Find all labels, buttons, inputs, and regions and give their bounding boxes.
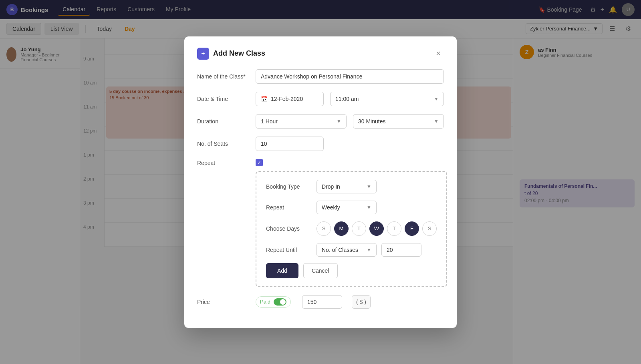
booking-type-caret: ▼ [367, 184, 371, 189]
repeat-box: Booking Type Drop In ▼ Repeat Weekly ▼ [256, 171, 447, 287]
class-name-input[interactable] [256, 69, 444, 84]
day-mon[interactable]: M [334, 221, 349, 236]
price-input[interactable] [302, 295, 342, 309]
repeat-value: Weekly [322, 204, 340, 211]
duration-hours-value: 1 Hour [261, 118, 278, 125]
repeat-until-controls: No. of Classes ▼ [316, 243, 421, 257]
date-picker[interactable]: 📅 12-Feb-2020 [256, 92, 324, 106]
modal-close-btn[interactable]: × [433, 48, 444, 59]
modal-header: + Add New Class × [197, 48, 444, 60]
add-class-modal: + Add New Class × Name of the Class* Dat… [184, 36, 457, 328]
repeat-inner-label: Repeat [266, 204, 310, 211]
repeat-row: Repeat ✓ Booking Type Drop In ▼ Re [197, 159, 444, 287]
cancel-button[interactable]: Cancel [303, 263, 338, 278]
modal-overlay: + Add New Class × Name of the Class* Dat… [0, 0, 641, 364]
repeat-label: Repeat [197, 159, 249, 166]
date-value: 12-Feb-2020 [271, 96, 303, 102]
price-row: Price Paid ( $ ) [197, 295, 444, 309]
toggle-switch[interactable] [274, 298, 286, 306]
class-name-label: Name of the Class* [197, 73, 249, 80]
booking-type-value: Drop In [322, 183, 340, 190]
toggle-knob [280, 299, 286, 305]
time-picker[interactable]: 11:00 am ▼ [330, 92, 444, 106]
modal-title: Add New Class [213, 49, 429, 58]
seats-row: No. of Seats [197, 137, 444, 151]
price-label: Price [197, 299, 249, 305]
calendar-icon: 📅 [261, 96, 268, 102]
duration-hours-select[interactable]: 1 Hour ▼ [256, 114, 347, 129]
repeat-until-type-value: No. of Classes [322, 247, 358, 253]
day-thu[interactable]: T [387, 221, 401, 236]
time-caret-icon: ▼ [434, 96, 439, 102]
repeat-until-caret: ▼ [367, 247, 371, 253]
repeat-until-label: Repeat Until [266, 247, 310, 253]
duration-minutes-value: 30 Minutes [358, 118, 385, 125]
choose-days-label: Choose Days [266, 225, 310, 232]
booking-type-row: Booking Type Drop In ▼ [266, 180, 437, 193]
booking-type-select[interactable]: Drop In ▼ [316, 180, 377, 193]
choose-days-row: Choose Days S M T W T F S [266, 221, 437, 236]
date-time-label: Date & Time [197, 96, 249, 102]
plus-icon: + [201, 50, 205, 57]
repeat-checkbox[interactable]: ✓ [256, 159, 263, 166]
day-tue[interactable]: T [352, 221, 366, 236]
repeat-caret: ▼ [367, 205, 371, 210]
class-name-row: Name of the Class* [197, 69, 444, 84]
seats-label: No. of Seats [197, 141, 249, 147]
day-sat[interactable]: S [422, 221, 437, 236]
booking-type-label: Booking Type [266, 183, 310, 190]
add-button[interactable]: Add [266, 263, 298, 278]
modal-actions: Add Cancel [266, 263, 437, 278]
time-value: 11:00 am [335, 96, 359, 102]
repeat-inner-row: Repeat Weekly ▼ [266, 201, 437, 214]
seats-input[interactable] [256, 137, 324, 151]
days-selector: S M T W T F S [316, 221, 437, 236]
price-toggle[interactable]: Paid [256, 296, 291, 308]
duration-minutes-caret: ▼ [434, 119, 439, 124]
date-time-row: Date & Time 📅 12-Feb-2020 11:00 am ▼ [197, 92, 444, 106]
day-sun[interactable]: S [316, 221, 331, 236]
paid-label: Paid [260, 299, 270, 305]
modal-header-icon: + [197, 48, 209, 60]
duration-hours-caret: ▼ [337, 119, 341, 124]
repeat-until-row: Repeat Until No. of Classes ▼ [266, 243, 437, 257]
duration-minutes-select[interactable]: 30 Minutes ▼ [353, 114, 444, 129]
duration-label: Duration [197, 118, 249, 125]
repeat-until-type-select[interactable]: No. of Classes ▼ [316, 243, 377, 257]
repeat-until-input[interactable] [381, 243, 421, 257]
repeat-select[interactable]: Weekly ▼ [316, 201, 377, 214]
currency-badge: ( $ ) [352, 295, 371, 309]
day-wed[interactable]: W [369, 221, 384, 236]
day-fri[interactable]: F [405, 221, 419, 236]
duration-row: Duration 1 Hour ▼ 30 Minutes ▼ [197, 114, 444, 129]
